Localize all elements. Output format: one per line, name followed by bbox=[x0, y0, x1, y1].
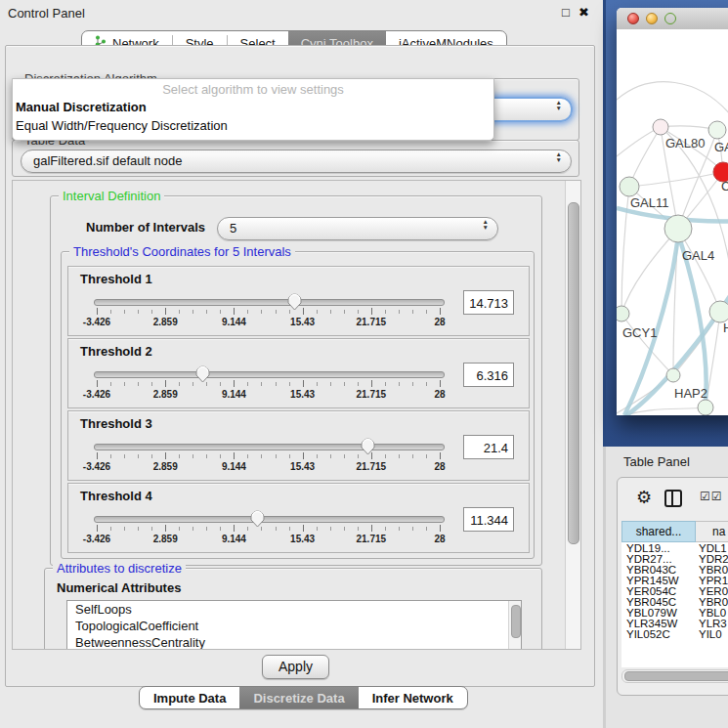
settings-scrollpane: Interval Definition Number of Intervals … bbox=[12, 180, 581, 650]
tab-impute-data[interactable]: Impute Data bbox=[140, 687, 239, 708]
slider-tick-label: 21.715 bbox=[357, 534, 387, 544]
table-data-combobox[interactable]: galFiltered.sif default node ▲▼ bbox=[21, 150, 572, 173]
table-toolbar: ⚙ ☑☑ bbox=[618, 478, 728, 517]
table-row[interactable]: YPR145WYPR1 bbox=[621, 575, 728, 585]
table-row[interactable]: YLR345WYLR3 bbox=[621, 618, 728, 628]
table-row[interactable]: YBR043CYBR0 bbox=[621, 564, 728, 575]
threshold-slider[interactable]: -3.4262.8599.14415.4321.71528 bbox=[94, 366, 445, 404]
slider-tick bbox=[289, 527, 290, 531]
slider-tick bbox=[165, 452, 166, 459]
gear-icon[interactable]: ⚙ bbox=[636, 487, 652, 508]
cell-name: YER0 bbox=[696, 585, 728, 596]
threshold-value-field[interactable]: 11.344 bbox=[463, 507, 514, 532]
table-row[interactable]: YBR045CYBR0 bbox=[621, 596, 728, 607]
network-node[interactable] bbox=[708, 121, 726, 139]
slider-track[interactable] bbox=[94, 444, 445, 450]
slider-tick bbox=[426, 310, 427, 314]
tab-infer-network-label: Infer Network bbox=[372, 691, 453, 706]
dropdown-prompt[interactable]: Select algorithm to view settings bbox=[13, 82, 493, 97]
cell-shared-name: YLR345W bbox=[621, 618, 696, 628]
network-edge bbox=[629, 172, 723, 187]
list-item[interactable]: BetweennessCentrality bbox=[67, 634, 521, 650]
network-window-titlebar[interactable] bbox=[617, 8, 728, 30]
network-node[interactable] bbox=[617, 306, 629, 321]
cell-name: YBR0 bbox=[696, 564, 728, 575]
apply-button[interactable]: Apply bbox=[262, 655, 329, 679]
threshold-value-field[interactable]: 6.316 bbox=[463, 363, 514, 387]
slider-tick bbox=[179, 454, 180, 458]
slider-tick bbox=[371, 380, 372, 387]
interval-definition-title: Interval Definition bbox=[59, 189, 164, 203]
network-canvas[interactable]: GAL80GACGAL11GAL4GCY1HHAP2 bbox=[617, 29, 728, 415]
float-window-icon[interactable]: □ bbox=[562, 5, 570, 20]
checkbox-icons[interactable]: ☑☑ bbox=[700, 490, 723, 503]
cell-name: YDL1 bbox=[696, 542, 728, 553]
settings-vertical-scrollbar[interactable] bbox=[565, 181, 580, 649]
split-columns-icon[interactable] bbox=[664, 490, 682, 507]
network-node[interactable] bbox=[709, 301, 728, 322]
slider-tick bbox=[399, 310, 400, 314]
threshold-slider[interactable]: -3.4262.8599.14415.4321.71528 bbox=[94, 294, 445, 331]
combo-arrows-icon: ▲▼ bbox=[483, 219, 489, 230]
slider-tick bbox=[344, 527, 345, 531]
slider-thumb[interactable] bbox=[249, 509, 266, 529]
network-node[interactable] bbox=[653, 119, 668, 135]
table-horizontal-scrollbar[interactable] bbox=[621, 669, 728, 683]
close-traffic-light[interactable] bbox=[627, 13, 639, 24]
table-row[interactable]: YDR27...YDR2 bbox=[621, 553, 728, 564]
list-item[interactable]: TopologicalCoefficient bbox=[67, 618, 521, 634]
network-node[interactable] bbox=[620, 177, 639, 196]
slider-tick bbox=[303, 452, 304, 459]
slider-tick bbox=[371, 525, 372, 532]
network-node[interactable] bbox=[664, 215, 692, 242]
table-hscrollbar-thumb[interactable] bbox=[624, 671, 728, 681]
slider-tick bbox=[385, 527, 386, 531]
network-node-label: GAL80 bbox=[665, 136, 705, 150]
network-node-label: C bbox=[721, 179, 728, 193]
slider-thumb[interactable] bbox=[286, 292, 303, 312]
control-panel: Control Panel □ ✖ Network Style Select C… bbox=[0, 0, 604, 728]
table-row[interactable]: YBL079WYBL0 bbox=[621, 607, 728, 618]
threshold-slider[interactable]: -3.4262.8599.14415.4321.71528 bbox=[94, 439, 445, 476]
table-row[interactable]: YDL19...YDL1 bbox=[621, 542, 728, 553]
settings-scrollbar-thumb[interactable] bbox=[568, 202, 579, 544]
slider-tick bbox=[151, 382, 152, 386]
dropdown-option-equal-width-frequency[interactable]: Equal Width/Frequency Discretization bbox=[16, 118, 228, 133]
table-row[interactable]: YIL052CYIL0 bbox=[621, 628, 728, 639]
column-header-name[interactable]: na bbox=[696, 521, 728, 542]
network-node[interactable] bbox=[666, 368, 680, 382]
slider-thumb[interactable] bbox=[194, 364, 211, 384]
minimize-traffic-light[interactable] bbox=[646, 13, 658, 24]
slider-tick bbox=[110, 382, 111, 386]
thresholds-group: Threshold's Coordinates for 5 Intervals … bbox=[61, 251, 535, 559]
threshold-slider[interactable]: -3.4262.8599.14415.4321.71528 bbox=[94, 511, 445, 548]
table-rows: YDL19...YDL1YDR27...YDR2YBR043CYBR0YPR14… bbox=[621, 542, 728, 639]
list-scrollbar[interactable] bbox=[508, 601, 521, 650]
network-node[interactable] bbox=[698, 400, 713, 415]
slider-tick bbox=[179, 527, 180, 531]
tab-infer-network[interactable]: Infer Network bbox=[359, 687, 467, 708]
slider-track[interactable] bbox=[94, 516, 445, 523]
close-icon[interactable]: ✖ bbox=[578, 5, 589, 20]
numerical-attributes-list[interactable]: SelfLoopsTopologicalCoefficientBetweenne… bbox=[66, 600, 522, 650]
node-table[interactable]: shared... na YDL19...YDL1YDR27...YDR2YBR… bbox=[621, 521, 728, 667]
slider-thumb[interactable] bbox=[360, 437, 376, 456]
threshold-value-field[interactable]: 21.4 bbox=[463, 435, 514, 459]
zoom-traffic-light[interactable] bbox=[664, 13, 676, 24]
column-header-shared[interactable]: shared... bbox=[621, 521, 696, 542]
slider-track[interactable] bbox=[94, 299, 445, 306]
slider-track[interactable] bbox=[94, 371, 445, 378]
list-scrollbar-thumb[interactable] bbox=[511, 605, 521, 638]
slider-tick bbox=[124, 382, 125, 386]
number-of-intervals-combobox[interactable]: 5 ▲▼ bbox=[217, 217, 498, 240]
slider-tick bbox=[193, 382, 193, 386]
slider-tick bbox=[276, 382, 277, 386]
dropdown-option-manual-discretization[interactable]: Manual Discretization bbox=[16, 100, 147, 114]
list-item[interactable]: SelfLoops bbox=[67, 601, 521, 618]
slider-tick bbox=[276, 527, 277, 531]
threshold-value-field[interactable]: 14.713 bbox=[463, 290, 514, 315]
slider-tick bbox=[124, 527, 125, 531]
tab-discretize-data[interactable]: Discretize Data bbox=[239, 687, 358, 708]
table-row[interactable]: YER054CYER0 bbox=[621, 585, 728, 596]
slider-tick bbox=[234, 452, 235, 459]
